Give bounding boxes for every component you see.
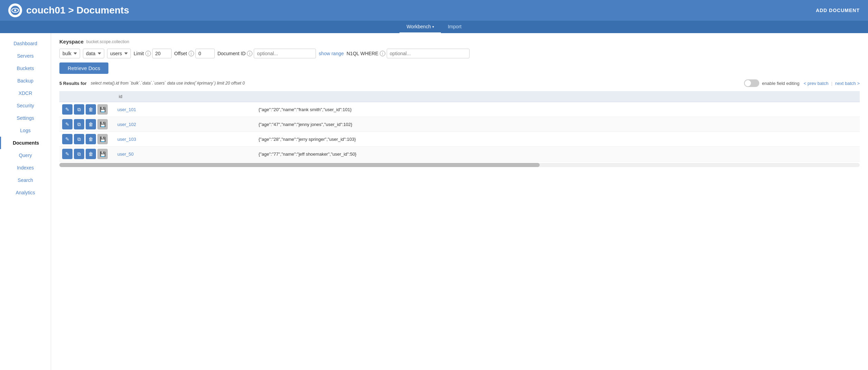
filter-row: bulk data users Limit i Offset i Documen… [59,49,860,58]
retrieve-docs-button[interactable]: Retrieve Docs [59,62,108,74]
docid-input[interactable] [254,49,316,58]
offset-info-icon[interactable]: i [189,51,194,56]
collection-select[interactable]: users [107,49,131,58]
edit-button[interactable]: ✎ [62,149,73,159]
batch-separator: | [831,81,832,86]
col-json [252,91,860,102]
subnav: Workbench ▾ Import [0,21,868,33]
keyspace-row: Keyspace bucket.scope.collection [59,39,860,45]
doc-json-cell: {"age":"28","name":"jerry springer","use… [252,132,860,147]
bucket-select[interactable]: bulk [59,49,80,58]
page-title: couch01 > Documents [26,5,129,16]
copy-button[interactable]: ⧉ [74,119,84,129]
save-button[interactable]: 💾 [97,119,108,129]
doc-id-cell: user_50 [115,147,252,162]
limit-input[interactable] [152,49,172,58]
doc-json-cell: {"age":"20","name":"frank smith","user_i… [252,102,860,117]
docid-label: Document ID [218,51,246,56]
n1ql-input[interactable] [387,49,470,58]
docid-group: Document ID i [218,49,316,58]
delete-button[interactable]: 🗑 [86,149,96,159]
doc-json-value: {"age":"20","name":"frank smith","user_i… [254,107,351,112]
main-layout: Dashboard Servers Buckets Backup XDCR Se… [0,33,868,370]
sidebar-item-documents[interactable]: Documents [0,137,51,149]
app-header: couch01 > Documents ADD DOCUMENT [0,0,868,21]
results-number: 5 [59,81,62,86]
delete-button[interactable]: 🗑 [86,134,96,144]
col-actions [59,91,115,102]
horizontal-scrollbar[interactable] [59,163,860,167]
n1ql-group: N1QL WHERE i [347,49,470,58]
edit-button[interactable]: ✎ [62,134,73,144]
copy-button[interactable]: ⧉ [74,104,84,115]
chevron-down-icon: ▾ [432,25,434,29]
action-cell: ✎ ⧉ 🗑 💾 [59,147,115,162]
doc-id-link[interactable]: user_50 [117,152,134,157]
limit-label: Limit [134,51,144,56]
sidebar-item-logs[interactable]: Logs [0,124,51,137]
action-cell: ✎ ⧉ 🗑 💾 [59,117,115,132]
action-cell: ✎ ⧉ 🗑 💾 [59,132,115,147]
results-count-label: Results for [63,81,87,86]
delete-button[interactable]: 🗑 [86,119,96,129]
tab-import[interactable]: Import [441,21,469,33]
sidebar-item-servers[interactable]: Servers [0,50,51,62]
save-button[interactable]: 💾 [97,149,108,159]
copy-button[interactable]: ⧉ [74,149,84,159]
edit-button[interactable]: ✎ [62,119,73,129]
table-row: ✎ ⧉ 🗑 💾 user_102 {"age":"47","name":"jen… [59,117,860,132]
enable-editing-toggle[interactable] [744,79,759,87]
keyspace-hint: bucket.scope.collection [86,39,129,44]
content-area: Keyspace bucket.scope.collection bulk da… [51,33,868,370]
doc-id-link[interactable]: user_103 [117,137,136,142]
limit-info-icon[interactable]: i [145,51,151,56]
tab-workbench[interactable]: Workbench ▾ [399,21,441,33]
table-row: ✎ ⧉ 🗑 💾 user_103 {"age":"28","name":"jer… [59,132,860,147]
docid-info-icon[interactable]: i [247,51,252,56]
scroll-thumb [59,163,540,167]
edit-button[interactable]: ✎ [62,104,73,115]
n1ql-info-icon[interactable]: i [380,51,385,56]
sidebar: Dashboard Servers Buckets Backup XDCR Se… [0,33,51,370]
offset-input[interactable] [195,49,215,58]
prev-batch-link[interactable]: < prev batch [804,81,829,86]
limit-group: Limit i [134,49,172,58]
offset-group: Offset i [174,49,215,58]
sidebar-item-analytics[interactable]: Analytics [0,186,51,199]
workbench-label: Workbench [406,24,431,29]
doc-id-link[interactable]: user_101 [117,107,136,112]
sidebar-item-security[interactable]: Security [0,99,51,112]
sidebar-item-buckets[interactable]: Buckets [0,62,51,75]
sidebar-item-backup[interactable]: Backup [0,75,51,87]
add-document-button[interactable]: ADD DOCUMENT [816,8,860,13]
doc-id-cell: user_102 [115,117,252,132]
doc-json-cell: {"age":"77","name":"jeff shoemaker","use… [252,147,860,162]
table-row: ✎ ⧉ 🗑 💾 user_101 {"age":"20","name":"fra… [59,102,860,117]
enable-editing-label: enable field editing [762,81,799,86]
sidebar-item-query[interactable]: Query [0,149,51,162]
copy-button[interactable]: ⧉ [74,134,84,144]
doc-json-value: {"age":"77","name":"jeff shoemaker","use… [254,152,357,157]
save-button[interactable]: 💾 [97,134,108,144]
show-range-link[interactable]: show range [319,51,344,56]
toggle-container: enable field editing [744,79,799,87]
doc-id-cell: user_101 [115,102,252,117]
save-button[interactable]: 💾 [97,104,108,115]
sidebar-item-dashboard[interactable]: Dashboard [0,37,51,50]
doc-id-cell: user_103 [115,132,252,147]
scope-select[interactable]: data [83,49,104,58]
doc-id-link[interactable]: user_102 [117,122,136,127]
n1ql-label: N1QL WHERE [347,51,378,56]
col-id: id [115,91,252,102]
import-label: Import [448,24,462,29]
keyspace-label: Keyspace [59,39,84,45]
sidebar-item-settings[interactable]: Settings [0,112,51,124]
results-count: 5 Results for [59,81,87,86]
sidebar-item-search[interactable]: Search [0,174,51,186]
action-cell: ✎ ⧉ 🗑 💾 [59,102,115,117]
sidebar-item-indexes[interactable]: Indexes [0,162,51,174]
sidebar-item-xdcr[interactable]: XDCR [0,87,51,99]
doc-json-cell: {"age":"47","name":"jenny jones","user_i… [252,117,860,132]
next-batch-link[interactable]: next batch > [835,81,860,86]
delete-button[interactable]: 🗑 [86,104,96,115]
